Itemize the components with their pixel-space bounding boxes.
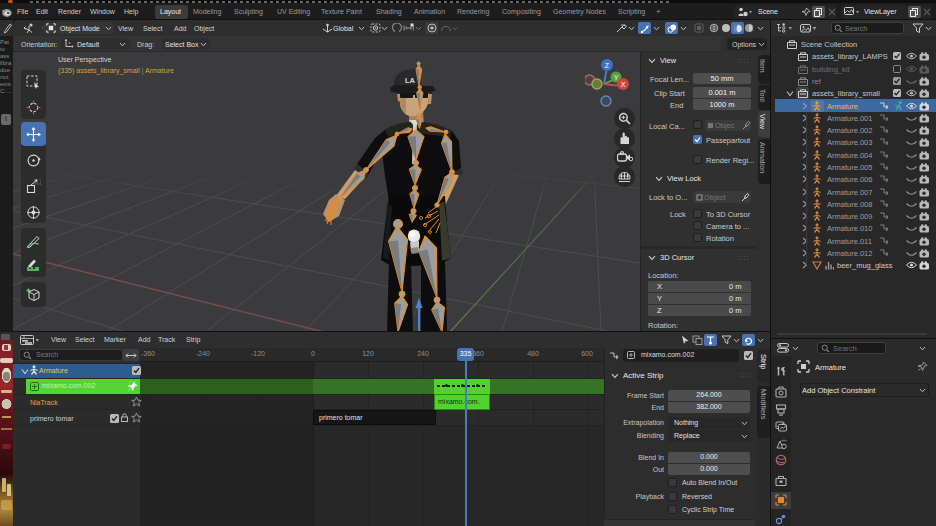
svg-text:Y: Y	[614, 74, 619, 81]
svg-text:X: X	[621, 81, 626, 88]
svg-text:Z: Z	[605, 62, 610, 69]
svg-text:LA: LA	[405, 76, 416, 85]
